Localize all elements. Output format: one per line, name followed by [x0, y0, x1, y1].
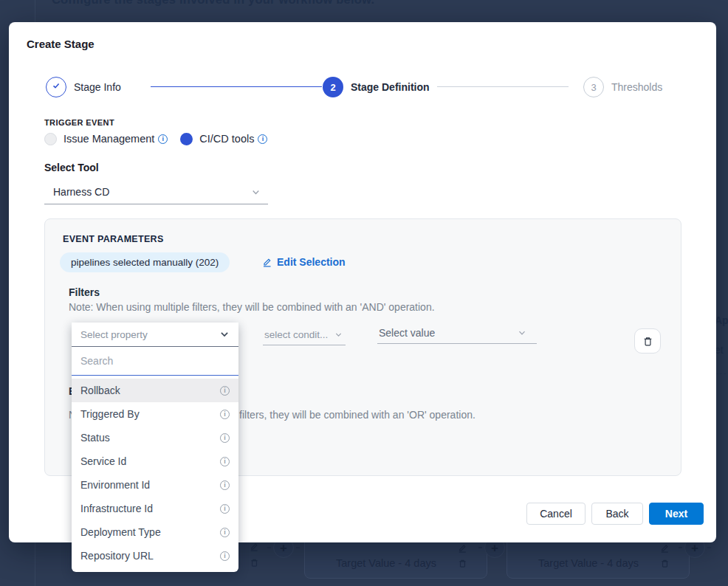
next-button[interactable]: Next: [649, 503, 704, 525]
background-text-fragment: et: [715, 344, 728, 356]
check-icon: [51, 80, 61, 94]
step-3-indicator[interactable]: 3: [583, 77, 604, 97]
background-card-title: Target Value - 4 days: [538, 557, 639, 569]
trash-icon: [458, 559, 467, 568]
step-1-indicator[interactable]: [46, 77, 66, 97]
info-icon[interactable]: i: [220, 551, 230, 561]
edit-selection-link[interactable]: Edit Selection: [262, 256, 346, 268]
property-option-environment-id[interactable]: Environment Idi: [72, 473, 238, 497]
event-parameters-title: EVENT PARAMETERS: [63, 234, 164, 244]
chevron-down-icon: [251, 187, 261, 197]
info-icon[interactable]: i: [220, 457, 230, 466]
trash-icon: [660, 559, 670, 568]
value-select[interactable]: Select value: [377, 327, 537, 344]
property-select-placeholder: Select property: [80, 329, 148, 340]
property-option-status[interactable]: Statusi: [72, 426, 238, 449]
property-option-repository-url[interactable]: Repository URLi: [72, 544, 238, 568]
value-select-placeholder: Select value: [379, 327, 435, 339]
select-tool-label: Select Tool: [44, 162, 99, 173]
selection-badge: pipelines selected manually (202): [60, 252, 230, 272]
info-icon[interactable]: i: [258, 134, 267, 144]
back-button[interactable]: Back: [591, 503, 643, 525]
step-3-label: Thresholds: [611, 77, 662, 97]
radio-label: Issue Management: [63, 133, 154, 145]
filters-title: Filters: [69, 286, 100, 298]
background-text-fragment: Ap: [715, 314, 728, 326]
info-icon[interactable]: i: [220, 433, 230, 443]
chevron-down-icon: [334, 331, 343, 339]
delete-filter-button[interactable]: [634, 328, 661, 354]
screen: Configure the stages involved in your wo…: [0, 0, 728, 586]
property-option-infrastructure-id[interactable]: Infrastructure Idi: [72, 497, 238, 520]
stepper-connector-active: [151, 86, 322, 87]
chevron-down-icon: [219, 329, 230, 339]
info-icon[interactable]: i: [158, 134, 168, 144]
property-select[interactable]: Select property: [72, 323, 238, 347]
tool-select-value: Harness CD: [53, 186, 109, 198]
step-2-label: Stage Definition: [351, 77, 430, 97]
modal-title: Create Stage: [27, 38, 95, 50]
property-option-rollback[interactable]: Rollbacki: [72, 379, 238, 402]
pencil-icon: [458, 543, 467, 553]
chevron-down-icon: [518, 328, 526, 337]
step-2-indicator[interactable]: 2: [323, 77, 343, 97]
background-card-actions: [250, 542, 259, 568]
property-option-deployment-type[interactable]: Deployment Typei: [72, 520, 238, 544]
info-icon[interactable]: i: [220, 504, 230, 514]
search-input[interactable]: [72, 347, 238, 376]
info-icon[interactable]: i: [220, 480, 230, 490]
property-option-service-id[interactable]: Service Idi: [72, 449, 238, 473]
filters-note: Note: When using multiple filters, they …: [69, 301, 435, 313]
trigger-event-label: TRIGGER EVENT: [44, 118, 114, 127]
edit-icon: [262, 257, 272, 267]
edit-selection-label: Edit Selection: [277, 256, 346, 268]
stepper: Stage Info 2 Stage Definition 3 Threshol…: [9, 77, 716, 97]
radio-cicd-tools[interactable]: [180, 133, 193, 145]
trash-icon: [642, 336, 653, 347]
property-option-triggered-by[interactable]: Triggered Byi: [72, 402, 238, 426]
info-icon[interactable]: i: [220, 386, 230, 396]
radio-label: CI/CD tools: [199, 133, 254, 145]
trash-icon: [250, 558, 259, 568]
radio-issue-management[interactable]: [44, 133, 57, 145]
property-dropdown: Select property Rollbacki Triggered Byi …: [72, 323, 238, 572]
step-1-label: Stage Info: [74, 77, 121, 97]
info-icon[interactable]: i: [220, 528, 230, 537]
pencil-icon: [660, 543, 670, 553]
background-card-title: Target Value - 4 days: [336, 557, 436, 569]
pencil-icon: [250, 542, 259, 551]
property-option-list: Rollbacki Triggered Byi Statusi Service …: [72, 376, 238, 572]
tool-select[interactable]: Harness CD: [44, 180, 268, 204]
info-icon[interactable]: i: [220, 410, 230, 419]
condition-select[interactable]: select condit...: [263, 329, 346, 345]
trigger-event-options: Issue Management i CI/CD tools i: [44, 131, 267, 146]
stepper-connector-inactive: [437, 86, 569, 87]
background-page-subtitle: Configure the stages involved in your wo…: [52, 0, 374, 7]
cancel-button[interactable]: Cancel: [526, 503, 586, 525]
condition-select-placeholder: select condit...: [264, 329, 328, 340]
